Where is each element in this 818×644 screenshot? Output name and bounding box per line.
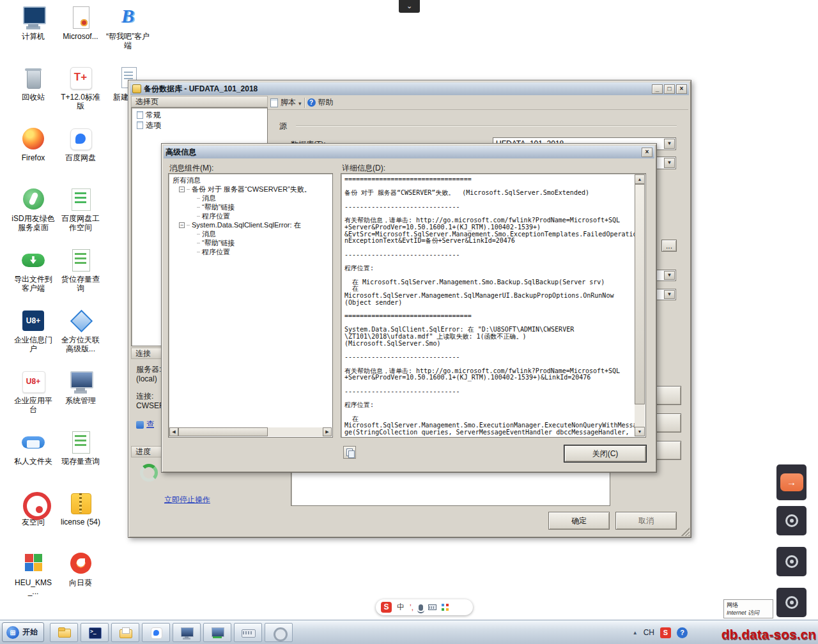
taskbar-button-dialer[interactable] (265, 623, 293, 642)
ime-mode-button[interactable]: 中 (397, 602, 405, 613)
script-button[interactable]: 脚本 (268, 96, 304, 109)
tree-node-all-messages[interactable]: 所有消息 (173, 176, 332, 185)
desktop-icon-u8-portal[interactable]: 企业信息门户 (12, 309, 55, 353)
desktop-icon-system-admin[interactable]: 系统管理 (59, 369, 102, 405)
start-button[interactable]: 开始 (2, 622, 44, 642)
combo-arrow-icon[interactable]: ▼ (664, 139, 675, 149)
tree-node-message[interactable]: 消息 (173, 194, 332, 203)
windows-logo-icon (6, 626, 19, 639)
tree-node-sqlerror[interactable]: −System.Data.SqlClient.SqlError: 在 (173, 220, 332, 229)
firefox-icon (19, 126, 47, 152)
desktop-icon-isd-service[interactable]: iSD用友绿色服务桌面 (12, 187, 55, 232)
desktop-icon-license[interactable]: license (54) (59, 491, 102, 526)
desktop-icon-baidu-workspace[interactable]: 百度网盘工作空间 (59, 187, 102, 232)
scroll-left-arrow[interactable]: ◀ (169, 427, 178, 436)
taskbar-button-display[interactable] (173, 623, 201, 642)
desktop-icon-label: 全方位天联高级版... (59, 335, 102, 353)
keyboard-icon[interactable] (428, 604, 436, 610)
desktop-icon-label: 计算机 (12, 32, 55, 41)
tree-guide (197, 252, 200, 252)
show-hidden-icons[interactable]: ▲ (633, 630, 638, 636)
desktop-icon-firefox[interactable]: Firefox (12, 126, 55, 162)
ime-menu-icon[interactable] (442, 604, 449, 611)
close-button[interactable]: × (676, 84, 687, 94)
collapse-icon[interactable]: − (179, 222, 185, 228)
cancel-button[interactable]: 取消 (615, 512, 677, 530)
vertical-scrollbar[interactable]: ▲ ▼ (635, 174, 645, 436)
language-indicator[interactable]: CH (644, 628, 654, 637)
desktop-icon-u8-platform[interactable]: 企业应用平台 (12, 369, 55, 414)
taskbar-button-folder[interactable] (111, 623, 139, 642)
desktop-icon-stock-query[interactable]: 货位存量查询 (59, 248, 102, 293)
scroll-down-arrow[interactable]: ▼ (635, 427, 645, 436)
collapse-icon[interactable]: − (179, 187, 185, 192)
help-tray-icon[interactable]: ? (677, 627, 688, 638)
taskbar-button-netdisk[interactable] (142, 623, 170, 642)
dock-button-3[interactable] (776, 588, 806, 617)
scroll-up-arrow[interactable]: ▲ (635, 174, 645, 184)
view-connection-properties[interactable]: 查 (136, 419, 154, 430)
combo-arrow-icon[interactable]: ▼ (664, 271, 675, 280)
desktop-icon-microsoft[interactable]: Microsof... (59, 5, 102, 41)
taskbar: 开始 ▲ CH S ? (0, 620, 818, 644)
tree-node-help-link[interactable]: “帮助”链接 (173, 203, 332, 211)
scroll-right-arrow[interactable]: ▶ (323, 427, 332, 436)
taskbar-button-explorer[interactable] (50, 623, 78, 642)
console-icon (88, 626, 102, 639)
desktop-icon-inventory-query[interactable]: 现存量查询 (59, 430, 102, 466)
taskbar-button-input[interactable] (234, 623, 262, 642)
copy-button[interactable] (343, 446, 356, 459)
ok-button[interactable]: 确定 (548, 512, 610, 530)
ime-punctuation-button[interactable]: ’, (410, 603, 413, 612)
desktop-icon-computer[interactable]: 计算机 (12, 5, 55, 41)
taskbar-button-remote[interactable] (203, 623, 231, 642)
scrollbar-thumb[interactable] (178, 427, 268, 436)
close-dialog-button[interactable]: 关闭(C) (564, 445, 646, 462)
tree-node-message[interactable]: 消息 (173, 229, 332, 238)
desktop-icon-label: 私人文件夹 (12, 457, 55, 466)
minimize-button[interactable]: _ (652, 84, 663, 94)
select-page-item-label: 常规 (146, 110, 161, 121)
desktop-icon-recycle-bin[interactable]: 回收站 (12, 66, 55, 102)
desktop-icon-bangwoba[interactable]: “帮我吧”客户端 (106, 5, 150, 50)
desktop-icon-tianlian[interactable]: 全方位天联高级版... (59, 309, 102, 353)
resize-grip[interactable] (681, 528, 690, 536)
combo-arrow-icon[interactable]: ▼ (664, 158, 675, 168)
advanced-dialog-titlebar[interactable]: 高级信息 × (164, 146, 654, 158)
scrollbar-thumb[interactable] (635, 184, 645, 404)
dock-button-1[interactable] (776, 506, 806, 535)
tree-node-program-location[interactable]: 程序位置 (173, 211, 332, 220)
tree-node-backup-failed[interactable]: −备份 对于 服务器“CWSERVER”失败。 (173, 185, 332, 194)
desktop-icon-youspace[interactable]: 友空间 (12, 491, 55, 526)
desktop-icon-sunflower[interactable]: 向日葵 (59, 551, 102, 587)
desktop-icon-export-files[interactable]: 导出文件到客户端 (12, 248, 55, 293)
taskbar-button-console[interactable] (81, 623, 109, 642)
backup-window-title: 备份数据库 - UFDATA_101_2018 (144, 84, 258, 95)
close-icon[interactable]: × (642, 148, 652, 157)
record-icon (785, 555, 798, 568)
microphone-icon[interactable] (419, 604, 423, 611)
horizontal-scrollbar[interactable]: ◀ ▶ (169, 427, 332, 436)
stop-action-link[interactable]: 立即停止操作 (164, 495, 210, 504)
desktop-icon-private-folder[interactable]: 私人文件夹 (12, 430, 55, 466)
sogou-logo-icon[interactable]: S (381, 602, 392, 613)
backup-window-titlebar[interactable]: 备份数据库 - UFDATA_101_2018 _ □ × (130, 82, 689, 95)
maximize-button[interactable]: □ (664, 84, 675, 94)
sogou-tray-icon[interactable]: S (660, 627, 671, 638)
select-page-item-options[interactable]: 选项 (132, 120, 267, 130)
help-button[interactable]: 帮助 (305, 96, 336, 109)
desktop-icon-heu-kms[interactable]: HEU_KMS_... (12, 551, 55, 596)
select-page-item-general[interactable]: 常规 (132, 110, 267, 120)
tree-node-program-location[interactable]: 程序位置 (173, 247, 332, 256)
dock-button-2[interactable] (776, 547, 806, 576)
dock-button-main[interactable]: → (776, 464, 806, 500)
chevron-down-icon (298, 98, 302, 107)
tree-node-help-link[interactable]: “帮助”链接 (173, 238, 332, 247)
detail-text-box[interactable]: ================================= 备份 对于 … (341, 173, 646, 438)
desktop-icon-tplus[interactable]: T+12.0标准版 (59, 66, 102, 111)
combo-arrow-icon[interactable]: ▼ (664, 290, 675, 299)
desktop: 计算机 Microsof... “帮我吧”客户端 回收站 T+12.0标准版 新… (0, 0, 818, 644)
browse-button[interactable]: ... (661, 240, 677, 252)
hidden-toolbar-chevron[interactable]: ⌄ (399, 0, 420, 13)
desktop-icon-baidu-netdisk[interactable]: 百度网盘 (59, 126, 102, 162)
